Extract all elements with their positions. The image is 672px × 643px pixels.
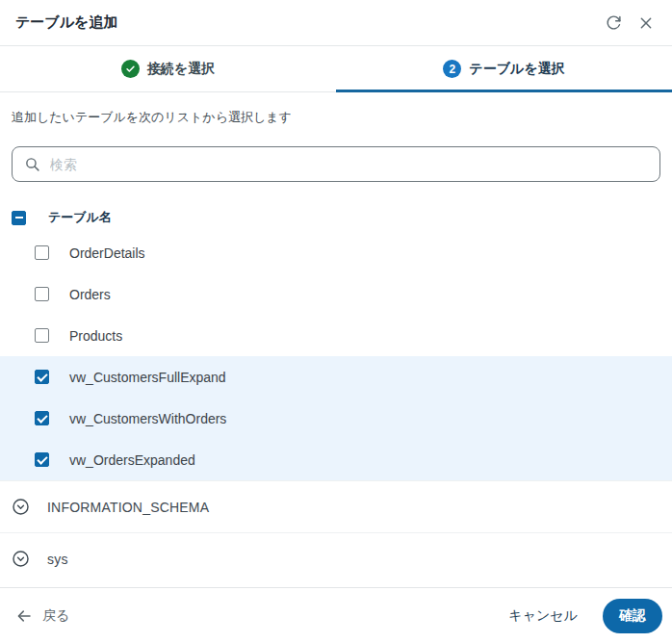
table-list: OrderDetails Orders Products vw_Customer… <box>0 232 672 480</box>
schema-name: sys <box>47 552 68 567</box>
header-icons <box>603 13 657 34</box>
back-button[interactable]: 戻る <box>15 607 69 625</box>
tab-label: 接続を選択 <box>147 61 215 78</box>
tab-select-connection[interactable]: 接続を選択 <box>0 46 336 91</box>
dialog-header: テーブルを追加 <box>0 0 672 46</box>
table-row[interactable]: vw_CustomersFullExpand <box>0 356 672 398</box>
dialog-footer: 戻る キャンセル 確認 <box>0 587 672 643</box>
schema-row[interactable]: INFORMATION_SCHEMA <box>0 480 672 532</box>
table-name: vw_CustomersWithOrders <box>69 411 226 426</box>
table-row[interactable]: Products <box>0 315 672 356</box>
schema-list: INFORMATION_SCHEMA sys <box>0 480 672 584</box>
chevron-down-circle-icon[interactable] <box>12 498 30 516</box>
dialog-title: テーブルを追加 <box>15 13 117 32</box>
footer-actions: キャンセル 確認 <box>504 599 662 633</box>
table-row[interactable]: vw_CustomersWithOrders <box>0 398 672 439</box>
row-checkbox[interactable] <box>35 370 49 384</box>
step-2-badge: 2 <box>443 60 461 78</box>
table-row[interactable]: Orders <box>0 273 672 315</box>
step-tabs: 接続を選択 2 テーブルを選択 <box>0 46 672 92</box>
row-checkbox[interactable] <box>35 287 49 301</box>
select-all-checkbox[interactable] <box>12 211 26 225</box>
confirm-button[interactable]: 確認 <box>603 599 662 633</box>
table-name: vw_OrdersExpanded <box>69 452 195 468</box>
row-checkbox[interactable] <box>35 411 49 425</box>
row-checkbox[interactable] <box>35 452 49 467</box>
tab-label: テーブルを選択 <box>469 61 564 78</box>
table-row[interactable]: vw_OrdersExpanded <box>0 439 672 480</box>
chevron-down-circle-icon[interactable] <box>12 550 30 568</box>
table-name: vw_CustomersFullExpand <box>69 370 226 385</box>
back-label: 戻る <box>42 607 69 625</box>
table-group-label: テーブル名 <box>48 209 112 226</box>
table-row[interactable]: OrderDetails <box>0 232 672 273</box>
instruction-text: 追加したいテーブルを次のリストから選択します <box>0 92 672 126</box>
tab-select-table[interactable]: 2 テーブルを選択 <box>336 46 672 91</box>
table-name: OrderDetails <box>69 245 145 261</box>
cancel-button[interactable]: キャンセル <box>504 602 582 630</box>
refresh-icon[interactable] <box>603 13 624 34</box>
row-checkbox[interactable] <box>35 328 49 343</box>
table-group-header[interactable]: テーブル名 <box>0 203 672 232</box>
search-box <box>12 146 660 182</box>
table-name: Orders <box>69 287 111 302</box>
schema-name: INFORMATION_SCHEMA <box>47 500 209 515</box>
search-icon <box>24 156 40 172</box>
check-circle-icon <box>121 60 140 78</box>
arrow-left-icon <box>15 607 33 625</box>
close-icon[interactable] <box>635 13 657 34</box>
schema-row[interactable]: sys <box>0 532 672 584</box>
add-table-dialog: テーブルを追加 接続を選択 <box>0 0 672 643</box>
search-input[interactable] <box>50 157 648 172</box>
table-name: Products <box>69 328 122 344</box>
row-checkbox[interactable] <box>35 245 49 260</box>
